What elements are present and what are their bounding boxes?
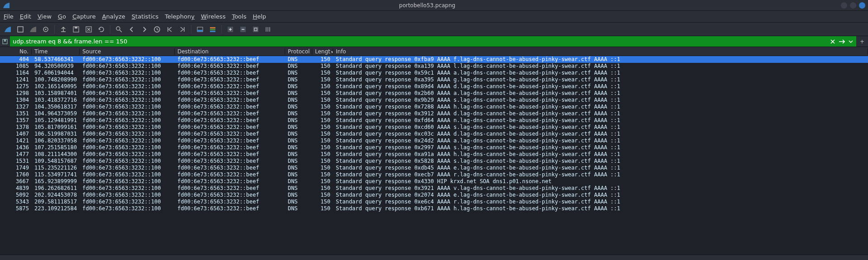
packet-row[interactable]: 1407106.519987031fd00:6e73:6563:3232::10… [0,131,868,137]
cell-info: Standard query response 0x24d2 AAAA a.la… [333,137,868,144]
cell-source: fd00:6e73:6563:3232::100 [80,104,175,110]
menu-file[interactable]: File [4,13,14,20]
save-file-icon[interactable] [71,24,81,34]
cell-destination: fd00:6e73:6563:3232::beef [175,124,285,131]
cell-protocol: DNS [285,158,312,165]
column-time[interactable]: Time [32,48,80,55]
cell-destination: fd00:6e73:6563:3232::beef [175,171,285,178]
zoom-reset-icon[interactable] [251,24,261,34]
cell-destination: fd00:6e73:6563:3232::beef [175,76,285,83]
cell-source: fd00:6e73:6563:3232::100 [80,178,175,185]
menu-help[interactable]: Help [253,13,266,20]
cell-length: 150 [312,185,333,192]
reload-file-icon[interactable] [96,24,106,34]
menu-statistics[interactable]: Statistics [132,13,158,20]
cell-info: Standard query response 0x2074 AAAA e.la… [333,192,868,199]
column-destination[interactable]: Destination [175,48,285,55]
close-icon[interactable] [859,2,865,9]
capture-options-icon[interactable] [41,24,51,34]
zoom-in-icon[interactable] [225,24,235,34]
stop-capture-icon[interactable] [15,24,25,34]
filter-dropdown-icon[interactable] [847,38,854,45]
cell-time: 107.251585180 [32,144,80,151]
cell-source: fd00:6e73:6563:3232::100 [80,117,175,124]
packet-row[interactable]: 116497.606194044fd00:6e73:6563:3232::100… [0,70,868,76]
column-info[interactable]: Info [333,48,868,55]
cell-info: Standard query response 0x89d4 AAAA d.la… [333,83,868,90]
cell-no: 1357 [0,117,32,124]
go-back-icon[interactable] [127,24,137,34]
packet-row[interactable]: 1531109.548157687fd00:6e73:6563:3232::10… [0,158,868,165]
cell-no: 404 [0,56,32,63]
packet-row[interactable]: 1760115.534971741fd00:6e73:6563:3232::10… [0,171,868,178]
find-packet-icon[interactable] [114,24,124,34]
cell-destination: fd00:6e73:6563:3232::beef [175,137,285,144]
cell-source: fd00:6e73:6563:3232::100 [80,199,175,205]
zoom-out-icon[interactable] [238,24,248,34]
resize-columns-icon[interactable] [263,24,273,34]
packet-row[interactable]: 40458.537466341fd00:6e73:6563:3232::100f… [0,56,868,63]
packet-row[interactable]: 1378105.817099161fd00:6e73:6563:3232::10… [0,124,868,131]
cell-destination: fd00:6e73:6563:3232::beef [175,63,285,70]
menu-view[interactable]: View [38,13,52,20]
packet-row[interactable]: 4839196.262682611fd00:6e73:6563:3232::10… [0,185,868,192]
menu-go[interactable]: Go [58,13,66,20]
go-to-packet-icon[interactable] [152,24,162,34]
go-forward-icon[interactable] [139,24,149,34]
toolbar-separator [54,25,55,34]
go-first-icon[interactable] [165,24,175,34]
cell-info: Standard query response 0x4330 HIP krxd.… [333,178,868,185]
packet-row[interactable]: 1304103.418372716fd00:6e73:6563:3232::10… [0,97,868,104]
column-source[interactable]: Source [80,48,175,55]
menu-analyze[interactable]: Analyze [102,13,125,20]
column-no[interactable]: No. [0,48,32,55]
open-file-icon[interactable] [58,24,68,34]
packet-row[interactable]: 1351104.964373059fd00:6e73:6563:3232::10… [0,110,868,117]
filter-add-icon[interactable]: + [856,36,868,47]
start-capture-icon[interactable] [3,24,13,34]
cell-time: 103.158987401 [32,90,80,97]
cell-source: fd00:6e73:6563:3232::100 [80,70,175,76]
packet-row[interactable]: 1357105.129481991fd00:6e73:6563:3232::10… [0,117,868,124]
packet-row[interactable]: 1275102.165149095fd00:6e73:6563:3232::10… [0,83,868,90]
packet-row[interactable]: 5343209.581118517fd00:6e73:6563:3232::10… [0,199,868,205]
packet-row[interactable]: 3667165.923899999fd00:6e73:6563:3232::10… [0,178,868,185]
packet-row[interactable]: 1421106.820337058fd00:6e73:6563:3232::10… [0,137,868,144]
column-protocol[interactable]: Protocol [285,48,312,55]
packet-row[interactable]: 1477108.211144300fd00:6e73:6563:3232::10… [0,151,868,158]
packet-list[interactable]: 40458.537466341fd00:6e73:6563:3232::100f… [0,56,868,212]
packet-row[interactable]: 1327104.350618317fd00:6e73:6563:3232::10… [0,104,868,110]
column-length[interactable]: Lengt▾ [312,48,333,55]
maximize-icon[interactable] [850,2,856,9]
filter-apply-icon[interactable] [838,38,845,45]
close-file-icon[interactable] [84,24,94,34]
cell-length: 150 [312,124,333,131]
colorize-icon[interactable] [208,24,218,34]
cell-protocol: DNS [285,90,312,97]
menu-capture[interactable]: Capture [72,13,96,20]
filter-clear-icon[interactable] [829,38,836,45]
packet-row[interactable]: 108594.320500939fd00:6e73:6563:3232::100… [0,63,868,70]
go-last-icon[interactable] [177,24,187,34]
cell-no: 4839 [0,185,32,192]
menu-tools[interactable]: Tools [232,13,246,20]
display-filter-input[interactable] [10,36,827,47]
filter-bookmark-icon[interactable] [0,36,10,47]
menu-edit[interactable]: Edit [20,13,31,20]
packet-row[interactable]: 1749115.235221126fd00:6e73:6563:3232::10… [0,165,868,171]
packet-row[interactable]: 5875223.109212584fd00:6e73:6563:3232::10… [0,205,868,212]
packet-row[interactable]: 1436107.251585180fd00:6e73:6563:3232::10… [0,144,868,151]
packet-row[interactable]: 5092202.924453078fd00:6e73:6563:3232::10… [0,192,868,199]
filter-actions [827,36,856,47]
minimize-icon[interactable] [841,2,847,9]
cell-info: Standard query response 0x2997 AAAA s.la… [333,144,868,151]
cell-time: 102.165149095 [32,83,80,90]
svg-rect-0 [18,27,23,32]
packet-row[interactable]: 1298103.158987401fd00:6e73:6563:3232::10… [0,90,868,97]
cell-protocol: DNS [285,205,312,212]
autoscroll-icon[interactable] [195,24,205,34]
packet-row[interactable]: 1241100.748208990fd00:6e73:6563:3232::10… [0,76,868,83]
restart-capture-icon[interactable] [28,24,38,34]
menu-telephony[interactable]: Telephony [165,13,195,20]
menu-wireless[interactable]: Wireless [201,13,225,20]
